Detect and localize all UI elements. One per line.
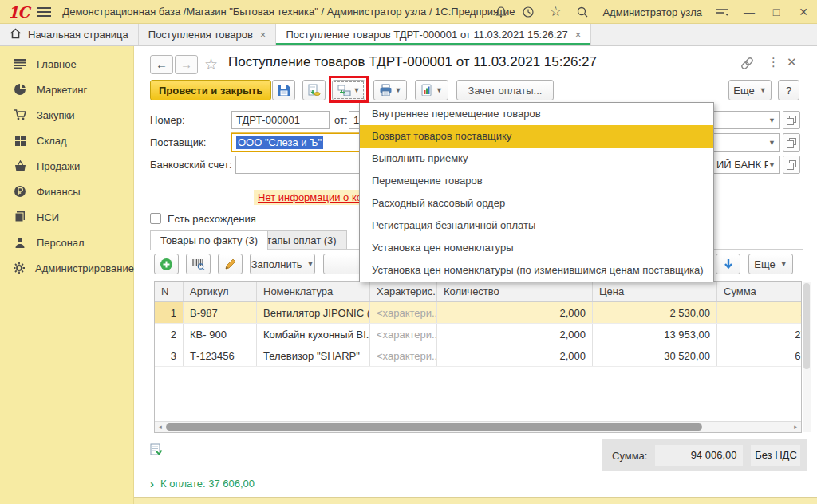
more-dots-icon[interactable]: ⋮ — [768, 55, 780, 69]
col-n[interactable]: N — [155, 282, 184, 301]
menu-item-set-prices[interactable]: Установка цен номенклатуры — [360, 237, 713, 259]
create-based-on-icon — [337, 85, 351, 96]
document-title: Поступление товаров ТДРТ-000001 от 11.03… — [228, 54, 597, 70]
discrepancy-checkbox[interactable] — [150, 213, 161, 224]
sidebar-item-warehouse[interactable]: Склад — [0, 128, 133, 153]
scroll-left-icon[interactable]: ◂ — [155, 422, 165, 432]
1c-logo: 1С — [8, 3, 29, 21]
notifications-bell-icon[interactable] — [494, 5, 508, 19]
post-and-close-button[interactable]: Провести и закрыть — [150, 80, 271, 100]
scrollbar-thumb[interactable] — [166, 423, 702, 431]
main-menu-icon[interactable] — [37, 7, 51, 17]
table-more-button[interactable]: Еще▼ — [748, 254, 793, 274]
tab-home[interactable]: Начальная страница — [0, 24, 139, 45]
form-close-icon[interactable]: ✕ — [787, 55, 797, 69]
sidebar-item-finance[interactable]: Финансы — [0, 179, 133, 204]
add-row-button[interactable] — [154, 254, 179, 274]
sidebar-item-administration[interactable]: Администрирование — [0, 255, 133, 281]
reports-button[interactable]: ▼ — [415, 80, 448, 100]
forward-button[interactable]: → — [175, 55, 198, 74]
post-document-button[interactable] — [302, 80, 326, 100]
menu-item-internal-transfer[interactable]: Внутреннее перемещение товаров — [360, 103, 713, 125]
table-row[interactable]: 2 КВ- 900 Комбайн кухонный BI... <характ… — [155, 324, 801, 345]
offset-payment-button[interactable]: Зачет оплаты... — [456, 80, 554, 100]
tab-close-icon[interactable]: × — [260, 29, 266, 41]
table-row[interactable]: 1 В-987 Вентилятор JIPONIC (... <характе… — [155, 302, 801, 324]
print-button[interactable]: ▼ — [373, 80, 407, 100]
fill-button[interactable]: Заполнить▼ — [250, 254, 315, 274]
chevron-right-icon: › — [150, 477, 154, 490]
window-close-button[interactable]: ✕ — [796, 6, 811, 18]
col-price[interactable]: Цена — [593, 282, 717, 301]
sidebar-item-personnel[interactable]: Персонал — [0, 230, 133, 255]
counterparty-warning-link[interactable]: Нет информации о кон — [254, 190, 372, 205]
edit-row-button[interactable] — [218, 254, 243, 274]
menu-item-goods-transfer[interactable]: Перемещение товаров — [360, 170, 713, 192]
bank-open-button[interactable] — [783, 156, 800, 174]
menu-item-return-to-supplier[interactable]: Возврат товаров поставщику — [360, 125, 713, 148]
col-sum[interactable]: Сумма — [717, 282, 801, 301]
table-row[interactable]: 3 Т-123456 Телевизор "SHARP" <характери.… — [155, 345, 801, 367]
dropdown-arrow-icon[interactable]: ▼ — [768, 161, 776, 169]
person-icon — [13, 235, 27, 250]
search-icon[interactable] — [575, 5, 590, 19]
minimize-button[interactable]: — — [742, 6, 756, 18]
get-link-icon[interactable] — [740, 57, 754, 73]
dropdown-arrow-icon: ▼ — [353, 86, 361, 94]
sidebar-item-sales[interactable]: Продажи — [0, 153, 133, 179]
col-quantity[interactable]: Количество — [437, 282, 593, 301]
barcode-scan-button[interactable] — [186, 254, 211, 274]
user-menu-icon[interactable] — [715, 5, 729, 19]
vertical-scrollbar[interactable] — [803, 282, 811, 432]
main-section-icon — [13, 57, 27, 71]
plus-icon — [160, 258, 173, 271]
sidebar-item-marketing[interactable]: Маркетинг — [0, 77, 133, 102]
comment-doc-icon[interactable] — [149, 443, 163, 459]
number-input[interactable]: ТДРТ-000001 — [231, 111, 330, 129]
tab-goods-by-fact[interactable]: Товары по факту (3) — [150, 230, 268, 250]
current-user[interactable]: Администратор узла — [602, 6, 702, 18]
dropdown-arrow-icon[interactable]: ▼ — [768, 139, 776, 147]
inner-tab-label: Товары по факту (3) — [160, 234, 258, 246]
sidebar-item-purchases[interactable]: Закупки — [0, 102, 133, 128]
maximize-button[interactable]: □ — [769, 6, 783, 18]
menu-item-perform-acceptance[interactable]: Выполнить приемку — [360, 148, 713, 170]
number-label: Номер: — [150, 114, 185, 126]
more-button[interactable]: Еще▼ — [728, 80, 772, 100]
save-button[interactable] — [272, 80, 295, 100]
sidebar-item-label: Финансы — [37, 186, 81, 198]
ruble-circle-icon — [13, 184, 27, 199]
sum-label: Сумма: — [612, 450, 647, 462]
sidebar-item-label: Склад — [37, 135, 67, 147]
payable-expander[interactable]: › К оплате: 37 606,00 — [150, 477, 255, 490]
fill-label: Заполнить — [251, 258, 302, 270]
tab-label: Начальная страница — [28, 29, 128, 41]
scrollbar-thumb[interactable] — [803, 283, 810, 369]
menu-item-set-prices-changed[interactable]: Установка цен номенклатуры (по изменивши… — [360, 259, 713, 282]
supplier-open-button[interactable] — [783, 133, 800, 152]
organization-open-button[interactable] — [783, 111, 800, 129]
favorites-star-icon[interactable]: ☆ — [548, 5, 562, 19]
help-button[interactable]: ? — [778, 80, 799, 100]
sidebar-item-nsi[interactable]: НСИ — [0, 204, 133, 230]
favorite-star-icon[interactable]: ☆ — [204, 55, 218, 73]
menu-item-cash-expense-order[interactable]: Расходный кассовый ордер — [360, 192, 713, 215]
sidebar-item-label: Главное — [37, 58, 77, 70]
tab-receipt-document[interactable]: Поступление товаров ТДРТ-000001 от 11.03… — [276, 24, 591, 45]
menu-item-cashless-payment[interactable]: Регистрация безналичной оплаты — [360, 215, 713, 237]
create-based-on-button[interactable]: ▼ — [332, 80, 365, 100]
cart-icon — [13, 108, 27, 122]
tab-receipts-list[interactable]: Поступления товаров × — [139, 24, 277, 45]
supplier-value: ООО "Слеза и Ъ" — [236, 136, 323, 149]
col-nomenclature[interactable]: Номенклатура — [257, 282, 370, 301]
col-article[interactable]: Артикул — [184, 282, 257, 301]
back-button[interactable]: ← — [150, 55, 173, 74]
tab-close-icon[interactable]: × — [575, 29, 582, 41]
col-characteristic[interactable]: Характерис... — [370, 282, 437, 301]
dropdown-arrow-icon[interactable]: ▼ — [768, 116, 776, 124]
sidebar-item-main[interactable]: Главное — [0, 51, 133, 77]
move-down-button[interactable] — [716, 254, 740, 274]
horizontal-scrollbar[interactable]: ◂ ▸ — [155, 421, 801, 432]
history-icon[interactable] — [521, 5, 535, 19]
scroll-right-icon[interactable]: ▸ — [791, 422, 801, 432]
